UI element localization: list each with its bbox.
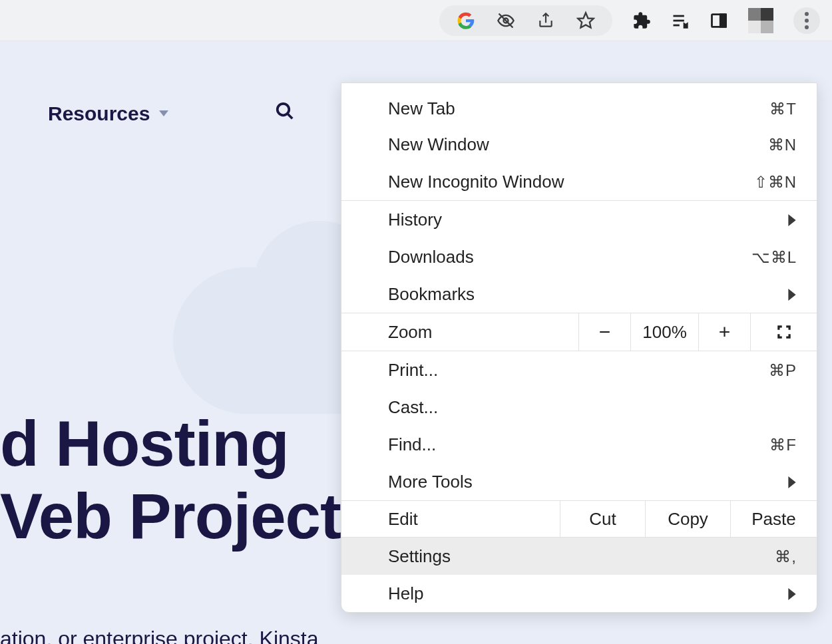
edit-copy-button[interactable]: Copy <box>645 501 730 537</box>
menu-label: Find... <box>388 434 436 455</box>
svg-marker-17 <box>788 476 795 488</box>
svg-marker-16 <box>788 289 795 301</box>
menu-label: Settings <box>388 546 451 567</box>
share-icon[interactable] <box>536 11 555 30</box>
edit-paste-button[interactable]: Paste <box>730 501 817 537</box>
menu-history[interactable]: History <box>341 201 817 238</box>
chevron-right-icon <box>787 476 797 488</box>
search-icon[interactable] <box>275 101 295 126</box>
omnibox-actions <box>439 5 612 36</box>
hero-subline: ation, or enterprise project, Kinsta <box>0 627 318 644</box>
eye-off-icon[interactable] <box>497 11 515 30</box>
svg-marker-15 <box>788 214 795 226</box>
menu-downloads[interactable]: Downloads ⌥⌘L <box>341 238 817 275</box>
menu-edit-label: Edit <box>341 501 560 537</box>
menu-new-tab[interactable]: New Tab ⌘T <box>341 83 817 126</box>
menu-shortcut: ⌘T <box>769 100 797 118</box>
menu-settings[interactable]: Settings ⌘, <box>341 538 817 575</box>
svg-point-11 <box>805 19 809 23</box>
reading-list-icon[interactable] <box>671 11 690 30</box>
page-content: Resources d Hosting Veb Project ation, o… <box>0 41 832 644</box>
chevron-right-icon <box>787 289 797 301</box>
menu-edit-row: Edit Cut Copy Paste <box>341 500 817 538</box>
zoom-out-button[interactable]: − <box>578 313 630 351</box>
menu-shortcut: ⌘, <box>775 548 797 566</box>
menu-more-tools[interactable]: More Tools <box>341 463 817 500</box>
menu-bookmarks[interactable]: Bookmarks <box>341 275 817 313</box>
svg-line-14 <box>288 114 293 119</box>
browser-toolbar <box>0 0 832 41</box>
svg-point-12 <box>805 25 809 29</box>
menu-shortcut: ⌘F <box>769 436 797 454</box>
menu-label: Bookmarks <box>388 284 475 305</box>
chevron-right-icon <box>787 588 797 600</box>
menu-shortcut: ⌘N <box>768 136 797 154</box>
menu-shortcut: ⌥⌘L <box>751 248 797 267</box>
svg-rect-9 <box>720 14 726 27</box>
menu-new-incognito[interactable]: New Incognito Window ⇧⌘N <box>341 163 817 200</box>
menu-shortcut: ⇧⌘N <box>754 173 797 192</box>
menu-label: More Tools <box>388 472 473 492</box>
star-icon[interactable] <box>576 11 595 30</box>
menu-zoom-label: Zoom <box>341 313 578 351</box>
menu-label: History <box>388 210 442 230</box>
edit-cut-button[interactable]: Cut <box>560 501 645 537</box>
menu-help[interactable]: Help <box>341 575 817 612</box>
svg-marker-3 <box>578 13 593 27</box>
menu-label: New Window <box>388 134 489 155</box>
svg-point-10 <box>805 12 809 16</box>
menu-print[interactable]: Print... ⌘P <box>341 351 817 389</box>
chevron-down-icon <box>159 110 168 116</box>
svg-marker-18 <box>788 588 795 600</box>
site-nav: Resources <box>48 101 295 126</box>
nav-resources-label: Resources <box>48 102 150 125</box>
side-panel-icon[interactable] <box>710 11 728 30</box>
menu-zoom-row: Zoom − 100% + <box>341 313 817 351</box>
chevron-right-icon <box>787 214 797 226</box>
menu-new-window[interactable]: New Window ⌘N <box>341 126 817 163</box>
menu-label: New Tab <box>388 98 455 119</box>
menu-label: Cast... <box>388 397 438 418</box>
menu-label: New Incognito Window <box>388 172 564 192</box>
chrome-main-menu: New Tab ⌘T New Window ⌘N New Incognito W… <box>341 82 817 613</box>
menu-cast[interactable]: Cast... <box>341 389 817 426</box>
extensions-icon[interactable] <box>632 11 651 30</box>
google-icon[interactable] <box>457 11 475 30</box>
menu-shortcut: ⌘P <box>769 361 797 380</box>
profile-avatar[interactable] <box>748 8 773 33</box>
nav-resources-link[interactable]: Resources <box>48 102 168 125</box>
menu-find[interactable]: Find... ⌘F <box>341 426 817 463</box>
zoom-in-button[interactable]: + <box>698 313 750 351</box>
svg-point-13 <box>278 104 290 116</box>
zoom-percentage: 100% <box>630 313 698 351</box>
menu-label: Downloads <box>388 247 474 267</box>
menu-label: Print... <box>388 360 438 381</box>
menu-label: Help <box>388 583 423 604</box>
hero-headline: d Hosting Veb Project <box>0 407 341 553</box>
fullscreen-button[interactable] <box>750 313 817 351</box>
chrome-menu-button[interactable] <box>793 7 820 34</box>
